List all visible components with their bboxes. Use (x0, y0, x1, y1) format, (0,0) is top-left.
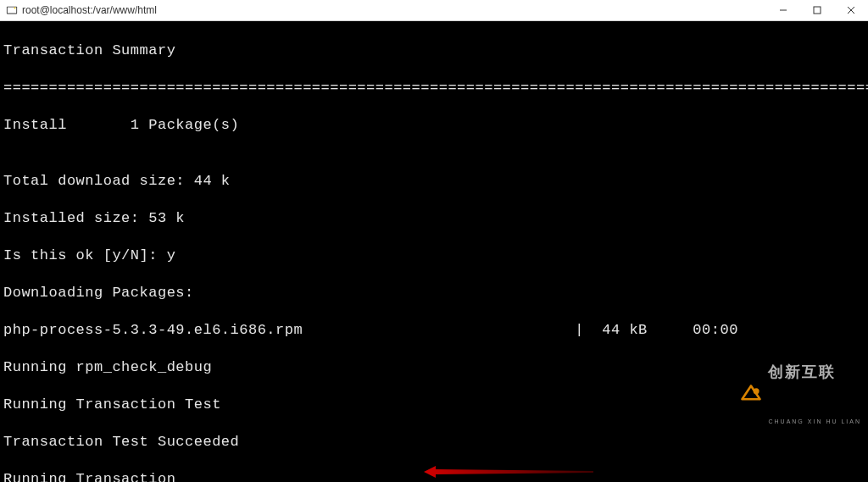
terminal-line: Transaction Summary (3, 42, 865, 60)
watermark-logo-icon (739, 383, 763, 407)
titlebar[interactable]: root@localhost:/var/www/html (0, 0, 868, 21)
minimize-button[interactable] (766, 0, 800, 20)
terminal-line: Transaction Test Succeeded (3, 433, 865, 452)
watermark: 创新互联 CHUANG XIN HU LIAN (739, 327, 861, 462)
terminal-line: ========================================… (3, 79, 865, 97)
app-window: root@localhost:/var/www/html Transaction… (0, 0, 868, 482)
terminal-line: Install 1 Package(s) (3, 116, 865, 135)
svg-rect-4 (814, 7, 821, 14)
terminal-line: Downloading Packages: (3, 284, 865, 302)
svg-point-8 (754, 388, 760, 394)
terminal-line: Running Transaction (3, 470, 865, 482)
terminal-line: php-process-5.3.3-49.el6.i686.rpm | 44 k… (3, 321, 865, 340)
window-title: root@localhost:/var/www/html (22, 4, 157, 16)
terminal-line: Total download size: 44 k (3, 172, 865, 191)
svg-point-2 (14, 8, 16, 9)
terminal-line: Running rpm_check_debug (3, 358, 865, 377)
terminal-line: Running Transaction Test (3, 396, 865, 414)
watermark-text: 创新互联 (768, 364, 861, 380)
watermark-subtext: CHUANG XIN HU LIAN (768, 418, 861, 424)
terminal-line: Installed size: 53 k (3, 209, 865, 228)
close-button[interactable] (834, 0, 868, 20)
terminal-line: Is this ok [y/N]: y (3, 247, 865, 265)
app-icon (5, 3, 19, 17)
terminal[interactable]: Transaction Summary ====================… (0, 21, 868, 482)
maximize-button[interactable] (800, 0, 834, 20)
